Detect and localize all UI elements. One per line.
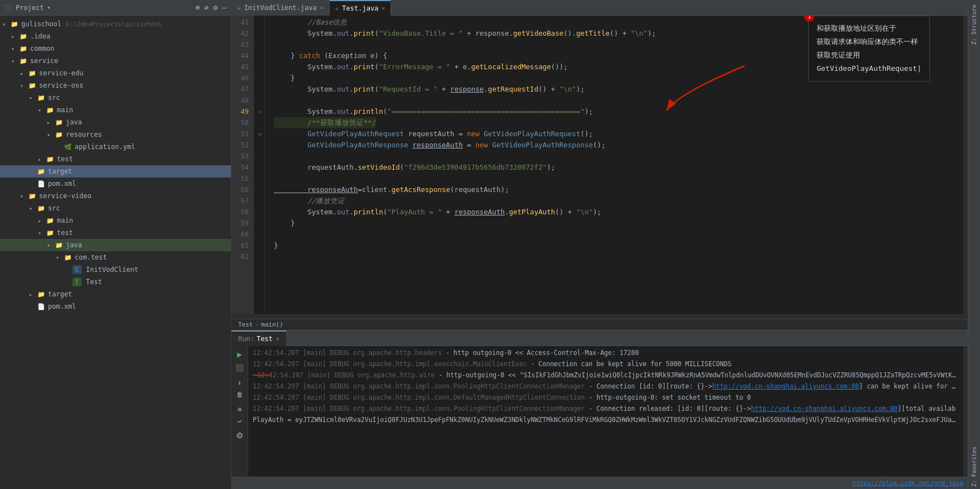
code-line-53 [274, 151, 963, 162]
bottom-tab-run[interactable]: Run: Test ✕ [231, 330, 287, 346]
tree-item-pom-video[interactable]: 📄 pom.xml [0, 300, 231, 313]
wrap-button[interactable]: ↩ [238, 418, 242, 425]
tree-item-service-edu[interactable]: ▸ 📁 service-edu [0, 67, 231, 79]
xml-icon: 📄 [37, 302, 46, 311]
log-line: 12:42:54.207 [main] DEBUG org.apache.htt… [253, 358, 959, 370]
minimize-icon[interactable]: — [222, 3, 226, 12]
tab-close-icon[interactable]: ✕ [320, 4, 324, 11]
arrow-icon: ▾ [11, 46, 18, 52]
arrow-icon: ▸ [29, 291, 36, 298]
scroll-to-end-button[interactable]: ↓ [238, 378, 242, 386]
tree-label: main [57, 106, 73, 114]
code-line-55 [274, 173, 963, 184]
locate-icon[interactable]: ⊕ [196, 3, 200, 12]
arrow-icon: ▾ [29, 95, 36, 101]
tree-item-gulischool[interactable]: ▾ 📁 gulischool D:\IdeaProjects\gulischoo… [0, 18, 231, 30]
code-line-48 [274, 95, 963, 106]
tree-item-main-video[interactable]: ▸ 📁 main [0, 214, 231, 227]
collapse-icon[interactable]: ⇄ [205, 3, 209, 12]
structure-tab[interactable]: Z: Structure [970, 2, 978, 47]
log-link[interactable]: http://vod.cn-shanghai.aliyuncs.com:80 [751, 405, 897, 413]
folder-icon: 📁 [37, 204, 46, 213]
arrow-icon: ▸ [47, 119, 54, 126]
tree-item-src-oss[interactable]: ▾ 📁 src [0, 92, 231, 104]
log-line: 12:42:54.207 [main] DEBUG org.apache.htt… [253, 370, 959, 381]
code-line-49: System.out.println("====================… [274, 106, 963, 117]
folder-icon: 📁 [10, 20, 19, 28]
tree-item-pom-oss[interactable]: 📄 pom.xml [0, 178, 231, 190]
arrow-icon: ▾ [2, 21, 9, 27]
tree-item-target-oss[interactable]: 📁 target [0, 165, 231, 178]
log-line: 12:42:54.207 [main] DEBUG org.apache.htt… [253, 403, 959, 414]
tree-item-application-yml[interactable]: 🌿 application.yml [0, 141, 231, 153]
code-line-56: responseAuth=client.getAcsResponse(reque… [274, 184, 963, 195]
folder-icon: 📁 [37, 290, 46, 299]
arrow-icon: ▾ [38, 230, 45, 236]
stop-button[interactable]: ⬛ [235, 364, 244, 372]
settings-run-button[interactable]: ≡ [238, 405, 242, 413]
bottom-tab-close-icon[interactable]: ✕ [276, 335, 279, 342]
tree-item-main-oss[interactable]: ▾ 📁 main [0, 104, 231, 116]
arrow-icon: ▾ [20, 193, 27, 199]
tree-label: src [48, 204, 60, 212]
folder-icon: 📁 [46, 155, 55, 164]
folder-icon: 📁 [37, 93, 46, 102]
tab-close-icon[interactable]: ✕ [382, 5, 385, 11]
code-editor[interactable]: //Base信息 System.out.print("VideoBase.Tit… [265, 16, 963, 314]
log-scrollbar[interactable] [963, 346, 968, 477]
code-line-59: } [274, 218, 963, 229]
tree-item-com-test[interactable]: ▾ 📁 com.test [0, 251, 231, 263]
sidebar-dropdown-icon[interactable]: ▾ [47, 4, 51, 11]
folder-icon: 📁 [55, 241, 64, 250]
tree-path: D:\IdeaProjects\gulischool [66, 21, 162, 28]
tree-label: java [66, 241, 82, 249]
log-line: 12:42:54.207 [main] DEBUG org.apache.htt… [253, 347, 959, 358]
log-line: 12:42:54.207 [main] DEBUG org.apache.htt… [253, 381, 959, 392]
folder-icon: 📁 [46, 106, 55, 114]
tree-item-src-video[interactable]: ▾ 📁 src [0, 202, 231, 214]
tree-item-test-video[interactable]: ▾ 📁 test [0, 227, 231, 239]
sidebar-header: ⬛ Project ▾ ⊕ ⇄ ⚙ — [0, 0, 231, 16]
editor-scrollbar[interactable] [963, 16, 968, 314]
java-test-icon: T [73, 277, 81, 286]
tab-initvodclient[interactable]: ☕ InitVodClient.java ✕ [231, 0, 330, 16]
tree-label: com.test [75, 253, 107, 261]
tree-item-test-class[interactable]: T Test [0, 276, 231, 288]
tree-item-test-oss[interactable]: ▸ 📁 test [0, 153, 231, 165]
editor-content: 41 42 43 44 45 46 47 48 49 50 51 52 53 5… [231, 16, 968, 314]
tree-label: target [48, 290, 72, 298]
run-button[interactable]: ▶ [237, 349, 242, 359]
breadcrumb-method: main() [261, 321, 283, 328]
editor-hscrollbar[interactable] [231, 314, 968, 319]
tree-label: resources [66, 131, 102, 138]
status-url[interactable]: https://blog.csdn.net/grd_java [852, 480, 963, 487]
tree-label: pom.xml [48, 303, 76, 310]
tree-item-initvodclient[interactable]: C InitVodClient [0, 263, 231, 276]
filter-button[interactable]: ⭙ [236, 432, 243, 440]
code-line-47: System.out.print("RequestId = " + respon… [274, 84, 963, 95]
xml-icon: 📄 [37, 179, 46, 188]
tree-item-resources[interactable]: ▾ 📁 resources [0, 128, 231, 141]
folder-icon: 📁 [28, 191, 37, 200]
folder-icon: 📁 [55, 130, 64, 139]
settings-icon[interactable]: ⚙ [213, 3, 218, 12]
tree-item-service-oss[interactable]: ▾ 📁 service-oss [0, 79, 231, 92]
favorites-tab[interactable]: Z: Favorites [970, 444, 978, 489]
tree-label: service-oss [39, 82, 83, 89]
tree-label: gulischool [21, 20, 61, 28]
tree-item-common[interactable]: ▾ 📁 common [0, 42, 231, 55]
tree-item-java-oss[interactable]: ▸ 📁 java [0, 116, 231, 128]
project-tree: ▾ 📁 gulischool D:\IdeaProjects\gulischoo… [0, 16, 231, 489]
run-log[interactable]: 12:42:54.207 [main] DEBUG org.apache.htt… [248, 346, 963, 477]
log-link[interactable]: http://vod.cn-shanghai.aliyuncs.com:80 [712, 382, 859, 390]
clear-button[interactable]: 🗑 [236, 391, 243, 399]
tree-item-idea[interactable]: ▸ 📁 .idea [0, 30, 231, 42]
run-controls: ▶ ⬛ ↓ 🗑 ≡ ↩ ⭙ [231, 346, 248, 477]
tree-item-java-video[interactable]: ▾ 📁 java [0, 239, 231, 251]
tab-test[interactable]: ☕ Test.java ✕ [330, 0, 392, 16]
tree-item-service[interactable]: ▾ 📁 service [0, 55, 231, 67]
tree-label: pom.xml [48, 180, 76, 188]
arrow-icon: ▾ [47, 132, 54, 138]
tree-item-target-video[interactable]: ▸ 📁 target [0, 288, 231, 300]
tree-item-service-video[interactable]: ▾ 📁 service-video [0, 190, 231, 202]
